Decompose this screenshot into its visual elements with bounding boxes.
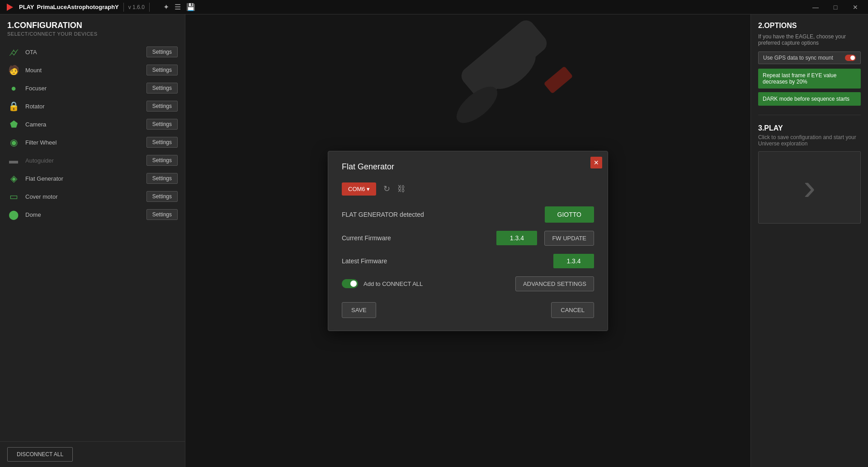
connect-all-toggle[interactable] xyxy=(342,279,358,288)
covermotor-icon: ▭ xyxy=(7,190,20,203)
ota-icon: ⌭ xyxy=(7,46,20,58)
settings-button-rotator[interactable]: Settings xyxy=(146,101,178,112)
device-name-focuser: Focuser xyxy=(25,85,141,92)
latest-firmware-row: Latest Firmware 1.3.4 xyxy=(342,254,594,268)
center-area: Flat Generator ✕ COM6 ▾ ↻ ⛓ FLAT GENERAT… xyxy=(185,14,750,467)
play-large-button[interactable]: › xyxy=(758,151,861,224)
repeat-frame-button[interactable]: Repeat last frame if EYE value decreases… xyxy=(758,69,861,89)
cursor-icon[interactable]: ✦ xyxy=(163,3,169,11)
app-name: PLAY xyxy=(19,4,34,10)
dark-mode-button[interactable]: DARK mode before sequence starts xyxy=(758,92,861,106)
divider2 xyxy=(149,3,150,12)
left-panel: 1.CONFIGURATION SELECT/CONNECT YOUR DEVI… xyxy=(0,14,185,467)
play-section: 3.PLAY Click to save configuration and s… xyxy=(758,124,861,224)
settings-button-focuser[interactable]: Settings xyxy=(146,83,178,93)
main-layout: 1.CONFIGURATION SELECT/CONNECT YOUR DEVI… xyxy=(0,14,868,467)
cancel-button[interactable]: CANCEL xyxy=(551,302,594,318)
giotto-button[interactable]: GIOTTO xyxy=(545,206,594,223)
device-name-dome: Dome xyxy=(25,211,141,218)
device-row-camera: ⬟ Camera Settings xyxy=(0,115,185,133)
settings-button-flatgenerator[interactable]: Settings xyxy=(146,173,178,184)
panel-header: 1.CONFIGURATION SELECT/CONNECT YOUR DEVI… xyxy=(0,14,185,39)
settings-button-camera[interactable]: Settings xyxy=(146,119,178,130)
device-name-autoguider: Autoguider xyxy=(25,157,141,164)
app-full-name: PrimaLuceAstrophotographY xyxy=(37,4,118,10)
options-title: 2.OPTIONS xyxy=(758,22,861,30)
autoguider-icon: ▬ xyxy=(7,154,20,167)
latest-firmware-label: Latest Firmware xyxy=(342,257,553,265)
filterwheel-icon: ◉ xyxy=(7,136,20,149)
window-controls: — □ ✕ xyxy=(807,0,864,14)
menu-icon[interactable]: ☰ xyxy=(175,3,181,11)
refresh-icon[interactable]: ↻ xyxy=(383,184,390,194)
settings-button-filterwheel[interactable]: Settings xyxy=(146,137,178,148)
version-label: v 1.6.0 xyxy=(128,4,145,10)
save-button[interactable]: SAVE xyxy=(342,302,376,318)
unlink-icon[interactable]: ⛓ xyxy=(397,184,406,194)
device-name-mount: Mount xyxy=(25,67,141,74)
device-name-camera: Camera xyxy=(25,121,141,128)
play-title: 3.PLAY xyxy=(758,124,861,132)
options-desc: If you have the EAGLE, choose your prefe… xyxy=(758,33,861,46)
title-bar: PLAY PrimaLuceAstrophotographY v 1.6.0 ✦… xyxy=(0,0,868,14)
device-row-covermotor: ▭ Cover motor Settings xyxy=(0,187,185,205)
advanced-settings-button[interactable]: ADVANCED SETTINGS xyxy=(515,276,594,291)
divider xyxy=(123,3,124,12)
panel-divider xyxy=(758,115,861,115)
section-title: 1.CONFIGURATION xyxy=(7,21,178,30)
gps-toggle-group xyxy=(845,55,856,61)
device-row-autoguider: ▬ Autoguider Settings xyxy=(0,151,185,169)
device-row-dome: ⬤ Dome Settings xyxy=(0,205,185,224)
settings-button-mount[interactable]: Settings xyxy=(146,65,178,75)
toggle-row: Add to CONNECT ALL ADVANCED SETTINGS xyxy=(342,276,594,291)
disconnect-wrapper: DISCONNECT ALL xyxy=(0,441,185,467)
device-row-flatgenerator: ◈ Flat Generator Settings xyxy=(0,169,185,187)
app-logo: PLAY PrimaLuceAstrophotographY xyxy=(4,2,119,12)
disconnect-all-button[interactable]: DISCONNECT ALL xyxy=(7,447,73,462)
device-name-ota: OTA xyxy=(25,49,141,56)
device-list: ⌭ OTA Settings 🧑 Mount Settings ● Focuse… xyxy=(0,39,185,441)
flatgenerator-icon: ◈ xyxy=(7,172,20,185)
mount-icon: 🧑 xyxy=(7,64,20,76)
save-icon[interactable]: 💾 xyxy=(186,3,195,11)
detected-row: FLAT GENERATOR detected GIOTTO xyxy=(342,206,594,223)
rotator-icon: 🔒 xyxy=(7,100,20,112)
camera-icon: ⬟ xyxy=(7,118,20,131)
current-firmware-value: 1.3.4 xyxy=(496,231,537,245)
close-button[interactable]: ✕ xyxy=(846,0,864,14)
play-desc: Click to save configuration and start yo… xyxy=(758,134,861,147)
settings-button-autoguider[interactable]: Settings xyxy=(146,155,178,166)
play-logo-icon xyxy=(4,2,16,12)
options-section: 2.OPTIONS If you have the EAGLE, choose … xyxy=(758,22,861,106)
com-port-button[interactable]: COM6 ▾ xyxy=(342,182,376,196)
maximize-button[interactable]: □ xyxy=(826,0,844,14)
device-name-rotator: Rotator xyxy=(25,103,141,110)
focuser-icon: ● xyxy=(7,82,20,94)
connection-row: COM6 ▾ ↻ ⛓ xyxy=(342,182,594,196)
detected-label: FLAT GENERATOR detected xyxy=(342,211,545,218)
modal-title: Flat Generator xyxy=(342,162,594,172)
play-chevron-icon: › xyxy=(803,169,816,205)
settings-button-covermotor[interactable]: Settings xyxy=(146,191,178,202)
device-row-rotator: 🔒 Rotator Settings xyxy=(0,97,185,115)
section-subtitle: SELECT/CONNECT YOUR DEVICES xyxy=(7,31,178,37)
fw-update-button[interactable]: FW UPDATE xyxy=(544,231,594,246)
flat-generator-modal: Flat Generator ✕ COM6 ▾ ↻ ⛓ FLAT GENERAT… xyxy=(328,151,608,331)
settings-button-ota[interactable]: Settings xyxy=(146,47,178,57)
right-panel: 2.OPTIONS If you have the EAGLE, choose … xyxy=(750,14,868,467)
device-name-covermotor: Cover motor xyxy=(25,193,141,200)
gps-label: Use GPS data to sync mount xyxy=(763,55,833,61)
toolbar-actions: ✦ ☰ 💾 xyxy=(163,3,195,11)
settings-button-dome[interactable]: Settings xyxy=(146,209,178,220)
gps-toggle[interactable] xyxy=(845,55,856,61)
device-row-ota: ⌭ OTA Settings xyxy=(0,43,185,61)
modal-close-button[interactable]: ✕ xyxy=(590,157,602,168)
device-name-flatgenerator: Flat Generator xyxy=(25,175,141,182)
modal-footer: SAVE CANCEL xyxy=(342,302,594,318)
current-firmware-row: Current Firmware 1.3.4 FW UPDATE xyxy=(342,231,594,246)
latest-firmware-value: 1.3.4 xyxy=(553,254,594,268)
minimize-button[interactable]: — xyxy=(807,0,825,14)
gps-dropdown[interactable]: Use GPS data to sync mount xyxy=(758,51,861,64)
dome-icon: ⬤ xyxy=(7,208,20,221)
device-row-mount: 🧑 Mount Settings xyxy=(0,61,185,79)
